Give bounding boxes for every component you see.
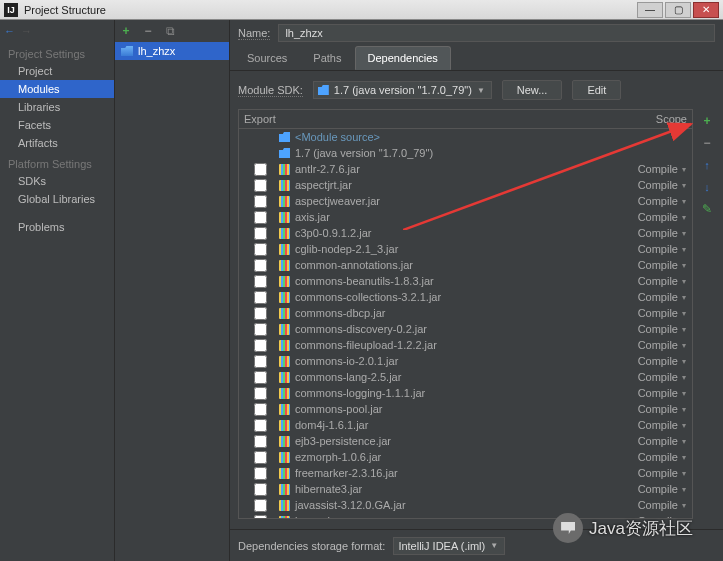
remove-module-button[interactable]: − — [141, 24, 155, 38]
dependency-scope[interactable]: Compile▾ — [634, 179, 690, 191]
edit-dependency-icon[interactable]: ✎ — [700, 202, 714, 216]
export-checkbox[interactable] — [254, 419, 267, 432]
dependency-scope[interactable]: Compile▾ — [634, 211, 690, 223]
maximize-button[interactable]: ▢ — [665, 2, 691, 18]
dependency-row[interactable]: commons-beanutils-1.8.3.jarCompile▾ — [239, 273, 692, 289]
move-down-button[interactable]: ↓ — [700, 180, 714, 194]
dependency-row[interactable]: commons-dbcp.jarCompile▾ — [239, 305, 692, 321]
new-sdk-button[interactable]: New... — [502, 80, 563, 100]
dependency-scope[interactable]: Compile▾ — [634, 339, 690, 351]
export-checkbox[interactable] — [254, 483, 267, 496]
sidebar-item-artifacts[interactable]: Artifacts — [0, 134, 114, 152]
tab-sources[interactable]: Sources — [234, 46, 300, 70]
close-button[interactable]: ✕ — [693, 2, 719, 18]
dependency-row[interactable]: freemarker-2.3.16.jarCompile▾ — [239, 465, 692, 481]
export-checkbox[interactable] — [254, 403, 267, 416]
export-checkbox[interactable] — [254, 467, 267, 480]
dependency-row[interactable]: aspectjrt.jarCompile▾ — [239, 177, 692, 193]
dependency-scope[interactable]: Compile▾ — [634, 243, 690, 255]
dependency-scope[interactable]: Compile▾ — [634, 403, 690, 415]
dependency-scope[interactable]: Compile▾ — [634, 419, 690, 431]
dependency-scope[interactable]: Compile▾ — [634, 387, 690, 399]
module-name-input[interactable] — [278, 24, 715, 42]
dependency-row[interactable]: hibernate3.jarCompile▾ — [239, 481, 692, 497]
export-checkbox[interactable] — [254, 243, 267, 256]
dependency-row[interactable]: axis.jarCompile▾ — [239, 209, 692, 225]
dependency-row[interactable]: commons-collections-3.2.1.jarCompile▾ — [239, 289, 692, 305]
export-checkbox[interactable] — [254, 163, 267, 176]
module-sdk-combo[interactable]: 1.7 (java version "1.7.0_79") ▼ — [313, 81, 492, 99]
export-checkbox[interactable] — [254, 451, 267, 464]
remove-dependency-button[interactable]: − — [700, 136, 714, 150]
export-checkbox[interactable] — [254, 227, 267, 240]
dependency-scope[interactable]: Compile▾ — [634, 163, 690, 175]
dependencies-list[interactable]: <Module source>1.7 (java version "1.7.0_… — [238, 129, 693, 519]
dependency-row[interactable]: ejb3-persistence.jarCompile▾ — [239, 433, 692, 449]
dependency-row[interactable]: commons-discovery-0.2.jarCompile▾ — [239, 321, 692, 337]
dependency-row[interactable]: cglib-nodep-2.1_3.jarCompile▾ — [239, 241, 692, 257]
add-dependency-button[interactable]: + — [700, 114, 714, 128]
edit-sdk-button[interactable]: Edit — [572, 80, 621, 100]
dependency-scope[interactable]: Compile▾ — [634, 467, 690, 479]
dependency-scope[interactable]: Compile▾ — [634, 227, 690, 239]
dependency-scope[interactable]: Compile▾ — [634, 291, 690, 303]
forward-icon[interactable]: → — [21, 25, 32, 37]
export-checkbox[interactable] — [254, 499, 267, 512]
dependency-row[interactable]: aspectjweaver.jarCompile▾ — [239, 193, 692, 209]
export-checkbox[interactable] — [254, 355, 267, 368]
dependency-row[interactable]: commons-lang-2.5.jarCompile▾ — [239, 369, 692, 385]
dependency-row[interactable]: dom4j-1.6.1.jarCompile▾ — [239, 417, 692, 433]
export-checkbox[interactable] — [254, 323, 267, 336]
dependency-scope[interactable]: Compile▾ — [634, 323, 690, 335]
export-checkbox[interactable] — [254, 179, 267, 192]
back-icon[interactable]: ← — [4, 25, 15, 37]
export-checkbox[interactable] — [254, 259, 267, 272]
sidebar-item-libraries[interactable]: Libraries — [0, 98, 114, 116]
add-module-button[interactable]: + — [119, 24, 133, 38]
dependency-scope[interactable]: Compile▾ — [634, 499, 690, 511]
export-checkbox[interactable] — [254, 291, 267, 304]
copy-button[interactable]: ⧉ — [163, 24, 177, 38]
export-checkbox[interactable] — [254, 435, 267, 448]
sidebar-item-sdks[interactable]: SDKs — [0, 172, 114, 190]
dependency-scope[interactable]: Compile▾ — [634, 435, 690, 447]
dependency-row[interactable]: javassist-3.12.0.GA.jarCompile▾ — [239, 497, 692, 513]
tab-dependencies[interactable]: Dependencies — [355, 46, 451, 70]
dependency-row[interactable]: commons-logging-1.1.1.jarCompile▾ — [239, 385, 692, 401]
export-checkbox[interactable] — [254, 307, 267, 320]
move-up-button[interactable]: ↑ — [700, 158, 714, 172]
export-checkbox[interactable] — [254, 515, 267, 520]
dependency-scope[interactable]: Compile▾ — [634, 195, 690, 207]
dependency-row[interactable]: c3p0-0.9.1.2.jarCompile▾ — [239, 225, 692, 241]
export-checkbox[interactable] — [254, 275, 267, 288]
sidebar-item-project[interactable]: Project — [0, 62, 114, 80]
export-checkbox[interactable] — [254, 387, 267, 400]
sidebar-item-problems[interactable]: Problems — [0, 218, 114, 236]
dependency-row[interactable]: <Module source> — [239, 129, 692, 145]
dependency-scope[interactable]: Compile▾ — [634, 307, 690, 319]
export-checkbox[interactable] — [254, 211, 267, 224]
export-checkbox[interactable] — [254, 371, 267, 384]
module-tree-item[interactable]: lh_zhzx — [115, 42, 229, 60]
dependency-scope[interactable]: Compile▾ — [634, 371, 690, 383]
sidebar-item-facets[interactable]: Facets — [0, 116, 114, 134]
dependency-row[interactable]: common-annotations.jarCompile▾ — [239, 257, 692, 273]
sidebar-item-global-libraries[interactable]: Global Libraries — [0, 190, 114, 208]
dependency-row[interactable]: antlr-2.7.6.jarCompile▾ — [239, 161, 692, 177]
dependency-row[interactable]: commons-io-2.0.1.jarCompile▾ — [239, 353, 692, 369]
dependency-row[interactable]: 1.7 (java version "1.7.0_79") — [239, 145, 692, 161]
dependency-scope[interactable]: Compile▾ — [634, 451, 690, 463]
export-checkbox[interactable] — [254, 339, 267, 352]
export-checkbox[interactable] — [254, 195, 267, 208]
dependency-scope[interactable]: Compile▾ — [634, 483, 690, 495]
dependency-row[interactable]: ezmorph-1.0.6.jarCompile▾ — [239, 449, 692, 465]
dependency-scope[interactable]: Compile▾ — [634, 355, 690, 367]
storage-format-combo[interactable]: IntelliJ IDEA (.iml) ▼ — [393, 537, 505, 555]
dependency-scope[interactable]: Compile▾ — [634, 275, 690, 287]
dependency-scope[interactable]: Compile▾ — [634, 259, 690, 271]
dependency-row[interactable]: commons-pool.jarCompile▾ — [239, 401, 692, 417]
minimize-button[interactable]: — — [637, 2, 663, 18]
sidebar-item-modules[interactable]: Modules — [0, 80, 114, 98]
tab-paths[interactable]: Paths — [300, 46, 354, 70]
dependency-row[interactable]: commons-fileupload-1.2.2.jarCompile▾ — [239, 337, 692, 353]
